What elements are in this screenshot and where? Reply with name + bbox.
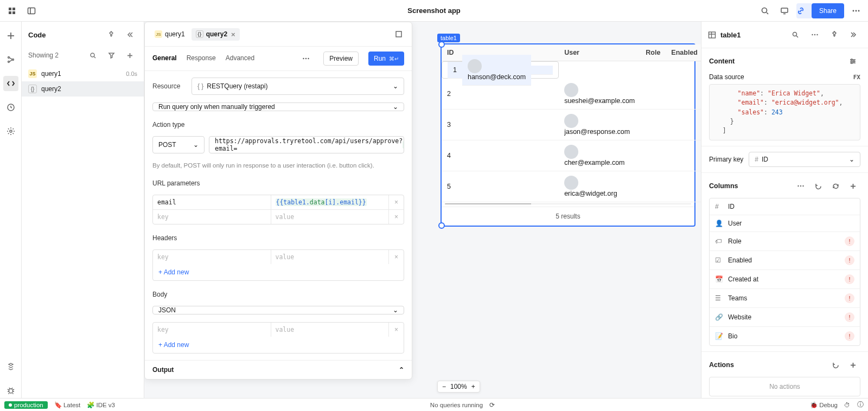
zoom-out-button[interactable]: − xyxy=(442,383,446,390)
rail-tree[interactable] xyxy=(3,52,18,67)
method-select[interactable]: POST⌄ xyxy=(152,136,205,153)
data-source-editor[interactable]: "name": "Erica Widget", "email": "erica@… xyxy=(709,84,860,140)
collapse-left-icon[interactable] xyxy=(122,27,137,42)
resource-select[interactable]: { }RESTQuery (restapi) ⌄ xyxy=(192,78,404,95)
editor-tab-query1[interactable]: JSquery1 xyxy=(150,28,189,40)
svg-point-20 xyxy=(9,389,12,393)
open-app-icon[interactable] xyxy=(4,3,20,18)
column-website[interactable]: 🔗Website! xyxy=(710,307,860,326)
remove-row-icon[interactable]: × xyxy=(388,323,404,337)
column-enabled[interactable]: ☑Enabled! xyxy=(710,251,860,269)
run-button[interactable]: Run ⌘↵ xyxy=(368,52,404,66)
search-queries-icon[interactable] xyxy=(85,48,100,63)
more-options-icon[interactable] xyxy=(298,51,314,66)
fx-toggle[interactable]: FX xyxy=(853,74,860,81)
rail-component[interactable] xyxy=(3,359,18,374)
maximize-icon[interactable] xyxy=(391,27,406,42)
table-row[interactable]: 4cher@example.com xyxy=(442,140,701,171)
subtab-general[interactable]: General xyxy=(152,54,177,63)
post-note: By default, POST will only run in respon… xyxy=(152,161,404,170)
filter-icon[interactable] xyxy=(104,48,119,63)
release-selector[interactable]: 🔖 Latest xyxy=(54,401,81,409)
columns-refresh-icon[interactable] xyxy=(828,178,843,194)
column-bio[interactable]: 📝Bio! xyxy=(710,326,860,345)
url-input[interactable]: https://approvals.tryretool.com/api/user… xyxy=(209,136,404,153)
chevron-up-icon[interactable]: ⌃ xyxy=(399,366,404,374)
code-item-query1[interactable]: JSquery10.0s xyxy=(22,66,144,81)
search-inspector-icon[interactable] xyxy=(788,27,803,42)
subtab-advanced[interactable]: Advanced xyxy=(226,54,254,63)
rail-debug[interactable] xyxy=(3,383,18,398)
pin-inspector-icon[interactable] xyxy=(827,27,842,42)
svg-rect-2 xyxy=(9,11,11,14)
avatar xyxy=(468,59,482,73)
add-body-button[interactable]: + Add new xyxy=(153,337,404,353)
environment-badge[interactable]: production xyxy=(4,401,48,409)
column-created-at[interactable]: 📅Created at! xyxy=(710,269,860,288)
zoom-in-button[interactable]: + xyxy=(471,383,475,390)
primary-key-select[interactable]: # ID ⌄ xyxy=(749,152,860,167)
add-action-icon[interactable] xyxy=(845,357,860,373)
actions-label: Actions xyxy=(709,361,734,369)
table-row[interactable]: 1hanson@deck.com xyxy=(442,61,559,79)
subtab-response[interactable]: Response xyxy=(187,54,216,63)
editor-tab-query2[interactable]: {}query2× xyxy=(192,28,240,41)
queries-refresh-icon[interactable]: ⟳ xyxy=(489,401,495,409)
col-role[interactable]: Role xyxy=(640,44,666,61)
column-role[interactable]: 🏷Role! xyxy=(710,232,860,251)
add-header-button[interactable]: + Add new xyxy=(153,264,404,280)
more-inspector-icon[interactable] xyxy=(807,27,822,42)
table-row[interactable]: 3jason@response.com xyxy=(442,110,701,140)
rail-code[interactable] xyxy=(3,76,18,91)
svg-rect-29 xyxy=(709,32,716,38)
actions-refresh-icon[interactable] xyxy=(828,357,843,373)
toggle-panels-icon[interactable] xyxy=(24,3,39,18)
remove-row-icon[interactable]: × xyxy=(388,250,404,264)
param-value[interactable]: {{table1.data[i].email}} xyxy=(271,195,389,209)
table-component[interactable]: IDUserRoleEnabled 1hanson@deck.com2suesh… xyxy=(441,43,695,227)
code-item-query2[interactable]: {}query2 xyxy=(22,81,144,97)
pin-icon[interactable] xyxy=(104,27,119,42)
column-teams[interactable]: ☰Teams! xyxy=(710,288,860,307)
collapse-right-icon[interactable] xyxy=(846,27,861,42)
present-icon[interactable] xyxy=(777,3,792,18)
share-button[interactable]: Share xyxy=(812,3,844,18)
col-enabled[interactable]: Enabled xyxy=(666,44,701,61)
js-icon: JS xyxy=(28,69,37,78)
column-id[interactable]: #ID xyxy=(710,198,860,215)
columns-more-icon[interactable] xyxy=(793,178,808,194)
more-icon[interactable] xyxy=(848,3,864,18)
remove-row-icon[interactable]: × xyxy=(388,210,404,224)
actions-empty: No actions xyxy=(709,377,860,396)
col-user[interactable]: User xyxy=(559,44,640,61)
rail-add[interactable] xyxy=(3,28,18,43)
close-tab-icon[interactable]: × xyxy=(231,30,235,38)
trigger-mode-select[interactable]: Run query only when manually triggered ⌄ xyxy=(152,102,404,111)
table-row[interactable]: 5erica@widget.org xyxy=(442,171,701,202)
warning-icon: ! xyxy=(845,312,854,322)
body-type-select[interactable]: JSON⌄ xyxy=(152,306,404,314)
param-key[interactable]: email xyxy=(153,195,271,209)
remove-row-icon[interactable]: × xyxy=(388,195,404,209)
column-user[interactable]: 👤User xyxy=(710,215,860,232)
svg-rect-0 xyxy=(9,8,11,10)
preview-button[interactable]: Preview xyxy=(323,52,359,66)
rail-settings[interactable] xyxy=(3,124,18,139)
add-column-icon[interactable] xyxy=(845,178,860,194)
data-source-label: Data source xyxy=(709,73,744,81)
copy-link-icon[interactable] xyxy=(796,3,812,18)
output-label: Output xyxy=(152,366,174,374)
svg-point-34 xyxy=(812,34,813,35)
horizontal-scrollbar[interactable] xyxy=(445,203,691,204)
add-query-icon[interactable] xyxy=(122,48,137,63)
rail-history[interactable] xyxy=(3,100,18,115)
columns-reset-icon[interactable] xyxy=(810,178,826,194)
search-icon[interactable] xyxy=(757,3,773,18)
ide-version[interactable]: 🧩 IDE v3 xyxy=(87,401,115,409)
warning-icon: ! xyxy=(845,236,854,246)
debug-button[interactable]: 🐞 Debug xyxy=(810,401,838,409)
help-icon[interactable]: ⓘ xyxy=(857,401,864,409)
content-settings-icon[interactable] xyxy=(845,54,860,69)
avatar xyxy=(564,83,578,97)
history-count-icon[interactable]: ⏱ xyxy=(844,402,851,408)
